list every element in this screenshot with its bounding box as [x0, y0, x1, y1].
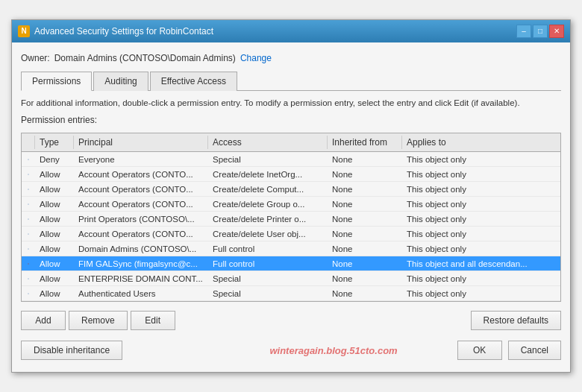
row-inherited: None	[328, 228, 402, 240]
table-row[interactable]: AllowDomain Admins (CONTOSO\...Full cont…	[22, 241, 560, 256]
row-icon	[23, 229, 34, 239]
svg-point-2	[28, 189, 29, 189]
restore-defaults-button[interactable]: Restore defaults	[471, 311, 561, 330]
row-principal: FIM GALSync (fimgalsync@c...	[74, 258, 208, 270]
table-body[interactable]: DenyEveryoneSpecialNoneThis object onlyA…	[22, 152, 560, 301]
table-header: Type Principal Access Inherited from App…	[22, 133, 560, 152]
row-type: Allow	[35, 258, 74, 270]
svg-point-4	[28, 218, 29, 219]
restore-defaults-area: Restore defaults	[471, 311, 561, 330]
row-icon	[23, 214, 34, 224]
maximize-button[interactable]: □	[533, 25, 548, 38]
change-owner-link[interactable]: Change	[240, 53, 272, 63]
row-principal: Account Operators (CONTO...	[74, 228, 208, 240]
row-icon	[23, 288, 34, 299]
row-principal: Domain Admins (CONTOSO\...	[74, 243, 208, 255]
tab-effective-access[interactable]: Effective Access	[150, 72, 237, 91]
section-label: Permission entries:	[21, 115, 561, 125]
footer-right: winteragain.blog.51cto.com OK Cancel	[269, 341, 561, 360]
row-inherited: None	[328, 273, 402, 285]
tab-bar: Permissions Auditing Effective Access	[21, 71, 561, 91]
row-inherited: None	[328, 288, 402, 300]
row-access: Full control	[208, 258, 328, 270]
row-inherited: None	[328, 198, 402, 210]
row-type: Deny	[35, 154, 74, 165]
row-access: Full control	[208, 243, 328, 255]
table-row[interactable]: AllowFIM GALSync (fimgalsync@c...Full co…	[22, 256, 560, 271]
row-icon	[23, 259, 34, 269]
table-row[interactable]: DenyEveryoneSpecialNoneThis object only	[22, 152, 560, 167]
close-button[interactable]: ✕	[549, 25, 564, 38]
row-principal: Authenticated Users	[74, 288, 208, 300]
svg-point-8	[28, 278, 29, 279]
row-inherited: None	[328, 258, 402, 270]
row-type: Allow	[35, 168, 74, 180]
footer-row: Disable inheritance winteragain.blog.51c…	[21, 341, 561, 363]
tab-auditing[interactable]: Auditing	[93, 72, 148, 91]
cancel-button[interactable]: Cancel	[508, 341, 561, 360]
table-row[interactable]: AllowAccount Operators (CONTO...Create/d…	[22, 227, 560, 241]
row-principal: Account Operators (CONTO...	[74, 183, 208, 195]
disable-inheritance-button[interactable]: Disable inheritance	[21, 341, 122, 360]
remove-button[interactable]: Remove	[69, 311, 128, 330]
row-inherited: None	[328, 243, 402, 255]
window-icon: N	[18, 25, 30, 37]
footer-left: Disable inheritance	[21, 341, 122, 360]
row-inherited: None	[328, 213, 402, 225]
info-text: For additional information, double-click…	[21, 97, 561, 109]
window-title: Advanced Security Settings for RobinCont…	[34, 26, 213, 37]
row-access: Special	[208, 288, 328, 300]
col-icon	[22, 136, 35, 149]
row-inherited: None	[328, 154, 402, 165]
row-icon	[23, 199, 34, 209]
row-icon	[23, 169, 34, 180]
edit-button[interactable]: Edit	[131, 311, 175, 330]
row-applies: This object only	[402, 243, 560, 255]
svg-point-0	[28, 159, 29, 159]
svg-point-1	[28, 174, 29, 174]
row-icon	[23, 154, 34, 165]
row-applies: This object and all descendan...	[402, 258, 560, 270]
table-row[interactable]: AllowAuthenticated UsersSpecialNoneThis …	[22, 286, 560, 301]
row-access: Create/delete Group o...	[208, 198, 328, 210]
svg-point-6	[28, 248, 29, 249]
row-access: Create/delete User obj...	[208, 228, 328, 240]
owner-label: Owner:	[21, 53, 50, 63]
action-buttons: Add Remove Edit Restore defaults	[21, 311, 561, 330]
titlebar-controls: – □ ✕	[516, 25, 564, 38]
add-button[interactable]: Add	[21, 311, 66, 330]
table-row[interactable]: AllowPrint Operators (CONTOSO\...Create/…	[22, 212, 560, 227]
col-principal: Principal	[74, 136, 208, 149]
row-principal: Print Operators (CONTOSO\...	[74, 213, 208, 225]
owner-row: Owner: Domain Admins (CONTOSO\Domain Adm…	[21, 51, 561, 65]
svg-point-3	[28, 203, 29, 204]
table-row[interactable]: AllowAccount Operators (CONTO...Create/d…	[22, 182, 560, 197]
row-access: Special	[208, 154, 328, 165]
row-type: Allow	[35, 288, 74, 300]
row-applies: This object only	[402, 228, 560, 240]
svg-point-9	[28, 293, 29, 294]
table-row[interactable]: AllowAccount Operators (CONTO...Create/d…	[22, 197, 560, 212]
row-access: Create/delete Printer o...	[208, 213, 328, 225]
row-type: Allow	[35, 243, 74, 255]
tab-permissions[interactable]: Permissions	[21, 72, 92, 91]
row-principal: Everyone	[74, 154, 208, 165]
table-row[interactable]: AllowENTERPRISE DOMAIN CONT...SpecialNon…	[22, 271, 560, 286]
ok-cancel-buttons: OK Cancel	[457, 341, 561, 360]
svg-point-5	[28, 233, 29, 234]
row-type: Allow	[35, 273, 74, 285]
row-applies: This object only	[402, 198, 560, 210]
row-applies: This object only	[402, 168, 560, 180]
row-icon	[23, 244, 34, 254]
row-principal: ENTERPRISE DOMAIN CONT...	[74, 273, 208, 285]
minimize-button[interactable]: –	[516, 25, 531, 38]
row-type: Allow	[35, 183, 74, 195]
ok-button[interactable]: OK	[457, 341, 502, 360]
permissions-table: Type Principal Access Inherited from App…	[21, 133, 561, 302]
table-row[interactable]: AllowAccount Operators (CONTO...Create/d…	[22, 167, 560, 182]
row-applies: This object only	[402, 183, 560, 195]
row-applies: This object only	[402, 273, 560, 285]
titlebar-left: N Advanced Security Settings for RobinCo…	[18, 25, 213, 37]
watermark: winteragain.blog.51cto.com	[269, 345, 397, 356]
svg-point-7	[28, 263, 29, 264]
